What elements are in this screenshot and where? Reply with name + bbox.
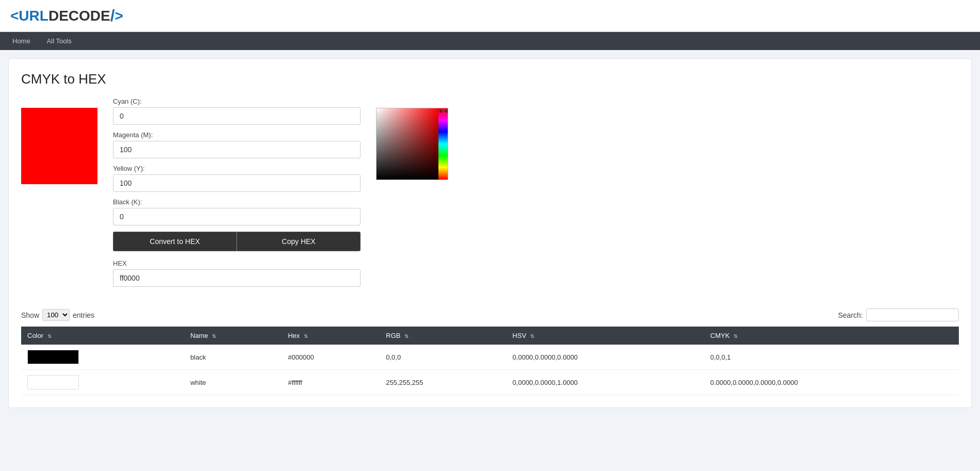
table-header: Color ⇅ Name ⇅ Hex ⇅ RGB ⇅ [21, 327, 959, 345]
color-spectrum[interactable] [438, 108, 448, 180]
magenta-label: Magenta (M): [113, 131, 361, 139]
col-name-sort-icon: ⇅ [212, 333, 216, 339]
hex-group: HEX [113, 259, 361, 287]
magenta-input[interactable] [113, 141, 361, 158]
search-area: Search: [838, 308, 959, 321]
black-label: Black (K): [113, 198, 361, 206]
yellow-label: Yellow (Y): [113, 165, 361, 172]
col-name-label: Name [190, 332, 208, 339]
search-label: Search: [838, 311, 863, 319]
color-table: Color ⇅ Name ⇅ Hex ⇅ RGB ⇅ [21, 327, 959, 395]
row-color-cell [21, 370, 184, 395]
col-rgb-sort-icon: ⇅ [404, 333, 409, 339]
cyan-input[interactable] [113, 107, 361, 125]
logo-bracket-close: > [115, 8, 123, 24]
nav-all-tools[interactable]: All Tools [40, 32, 79, 50]
col-hex-sort-icon: ⇅ [304, 333, 308, 339]
row-rgb-cell: 255,255,255 [380, 370, 506, 395]
black-group: Black (K): [113, 198, 361, 225]
color-picker-widget[interactable]: ▶◀ [376, 108, 448, 180]
row-name-cell: white [184, 370, 282, 395]
col-color-sort-icon: ⇅ [47, 333, 52, 339]
cyan-group: Cyan (C): [113, 98, 361, 125]
row-hsv-cell: 0,0000,0.0000,0.0000 [507, 345, 704, 370]
button-row: Convert to HEX Copy HEX [113, 232, 361, 251]
row-hsv-cell: 0,0000,0.0000,1.0000 [507, 370, 704, 395]
col-rgb[interactable]: RGB ⇅ [380, 327, 506, 345]
color-gradient[interactable] [377, 108, 438, 180]
col-rgb-label: RGB [386, 332, 400, 339]
cyan-label: Cyan (C): [113, 98, 361, 105]
table-controls: Show 10 25 50 100 entries Search: [21, 308, 959, 321]
logo-decode: DECODE [48, 8, 110, 24]
col-hex[interactable]: Hex ⇅ [282, 327, 380, 345]
hex-label: HEX [113, 259, 361, 267]
entries-select[interactable]: 10 25 50 100 [42, 309, 70, 321]
form-area: Cyan (C): Magenta (M): Yellow (Y): Black… [113, 98, 361, 293]
page-title: CMYK to HEX [21, 71, 959, 87]
black-input[interactable] [113, 208, 361, 225]
entries-label: entries [73, 311, 94, 319]
color-swatch [27, 375, 79, 389]
hex-input[interactable] [113, 269, 361, 287]
logo-bracket-open: < [10, 8, 19, 24]
tool-area: Cyan (C): Magenta (M): Yellow (Y): Black… [21, 98, 959, 293]
col-hsv-label: HSV [513, 332, 527, 339]
col-color-label: Color [27, 332, 43, 339]
magenta-group: Magenta (M): [113, 131, 361, 158]
col-cmyk[interactable]: CMYK ⇅ [704, 327, 959, 345]
main-container: CMYK to HEX Cyan (C): Magenta (M): Yello… [8, 58, 972, 408]
row-name-cell: black [184, 345, 282, 370]
col-hsv-sort-icon: ⇅ [530, 333, 534, 339]
logo-url: URL [19, 8, 48, 24]
col-cmyk-sort-icon: ⇅ [733, 333, 738, 339]
row-hex-cell: #ffffff [282, 370, 380, 395]
main-nav: Home All Tools [0, 32, 980, 50]
nav-home[interactable]: Home [5, 32, 38, 50]
col-hex-label: Hex [288, 332, 300, 339]
convert-button[interactable]: Convert to HEX [113, 232, 237, 251]
table-body: black #000000 0,0,0 0,0000,0.0000,0.0000… [21, 345, 959, 395]
col-cmyk-label: CMYK [710, 332, 730, 339]
row-color-cell [21, 345, 184, 370]
copy-hex-button[interactable]: Copy HEX [237, 232, 361, 251]
yellow-input[interactable] [113, 174, 361, 192]
table-row: black #000000 0,0,0 0,0000,0.0000,0.0000… [21, 345, 959, 370]
row-cmyk-cell: 0.0000,0.0000,0.0000,0.0000 [704, 370, 959, 395]
table-wrapper: Color ⇅ Name ⇅ Hex ⇅ RGB ⇅ [21, 327, 959, 395]
logo-slash: / [110, 6, 115, 25]
table-row: white #ffffff 255,255,255 0,0000,0.0000,… [21, 370, 959, 395]
logo: <URLDECODE/> [10, 6, 970, 25]
col-hsv[interactable]: HSV ⇅ [507, 327, 704, 345]
color-preview [21, 108, 97, 184]
yellow-group: Yellow (Y): [113, 165, 361, 192]
color-swatch [27, 350, 79, 364]
row-hex-cell: #000000 [282, 345, 380, 370]
row-cmyk-cell: 0,0,0,1 [704, 345, 959, 370]
col-name[interactable]: Name ⇅ [184, 327, 282, 345]
search-input[interactable] [866, 308, 959, 321]
row-rgb-cell: 0,0,0 [380, 345, 506, 370]
show-entries: Show 10 25 50 100 entries [21, 309, 94, 321]
header: <URLDECODE/> [0, 0, 980, 32]
col-color[interactable]: Color ⇅ [21, 327, 184, 345]
show-label: Show [21, 311, 39, 319]
